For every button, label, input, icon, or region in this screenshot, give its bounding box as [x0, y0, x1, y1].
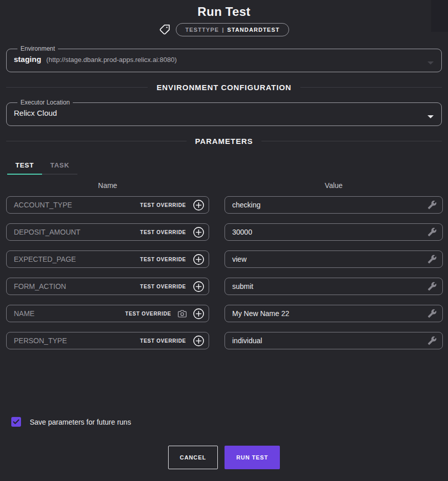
test-type-badge: TESTTYPE | STANDARDTEST [176, 23, 289, 36]
save-parameters-checkbox[interactable] [11, 417, 21, 427]
parameter-name-field[interactable]: FORM_ACTION TEST OVERRIDE [6, 278, 209, 295]
parameter-row: PERSON_TYPE TEST OVERRIDE individual [0, 332, 448, 349]
badge-separator: | [222, 27, 224, 33]
wrench-icon[interactable] [427, 282, 437, 291]
test-override-label: TEST OVERRIDE [140, 202, 186, 208]
parameter-rows: ACCOUNT_TYPE TEST OVERRIDE checking [0, 196, 448, 349]
test-override-label: TEST OVERRIDE [140, 338, 186, 344]
parameter-value: view [232, 255, 427, 263]
test-override-label: TEST OVERRIDE [140, 229, 186, 235]
parameter-row: DEPOSIT_AMOUNT TEST OVERRIDE 30000 [0, 223, 448, 241]
run-test-button[interactable]: RUN TEST [225, 446, 280, 469]
parameter-name: PERSON_TYPE [14, 337, 140, 345]
parameter-name: FORM_ACTION [14, 282, 140, 290]
parameter-name: DEPOSIT_AMOUNT [14, 228, 140, 236]
column-header-value: Value [225, 181, 443, 190]
add-override-button[interactable] [193, 308, 205, 320]
parameter-row: NAME TEST OVERRIDE My New Name 22 [0, 305, 448, 322]
parameter-row: ACCOUNT_TYPE TEST OVERRIDE checking [0, 196, 448, 214]
parameter-value-field[interactable]: 30000 [225, 223, 443, 241]
parameters-title: PARAMETERS [195, 137, 253, 145]
environment-configuration-title: ENVIRONMENT CONFIGURATION [156, 83, 291, 92]
wrench-icon[interactable] [427, 336, 437, 345]
parameter-value-field[interactable]: individual [225, 332, 443, 349]
column-header-name: Name [6, 181, 209, 190]
parameter-name: EXPECTED_PAGE [14, 255, 140, 263]
parameter-name-field[interactable]: ACCOUNT_TYPE TEST OVERRIDE [6, 196, 209, 214]
parameter-name-field[interactable]: NAME TEST OVERRIDE [6, 305, 209, 322]
tag-icon [159, 24, 170, 35]
parameter-value-field[interactable]: checking [225, 196, 443, 214]
add-override-button[interactable] [193, 281, 205, 292]
environment-value: staging [14, 55, 41, 64]
executor-location-label: Executor Location [17, 99, 73, 106]
environment-select[interactable]: Environment staging (http://stage.dbank.… [6, 45, 442, 72]
parameter-value: individual [232, 337, 427, 345]
parameter-name: ACCOUNT_TYPE [14, 201, 140, 209]
wrench-icon[interactable] [427, 227, 437, 237]
tab-task[interactable]: TASK [42, 156, 77, 174]
add-override-button[interactable] [193, 226, 205, 238]
executor-location-select[interactable]: Executor Location Relicx Cloud [6, 99, 442, 126]
parameter-name-field[interactable]: PERSON_TYPE TEST OVERRIDE [6, 332, 209, 349]
wrench-icon[interactable] [427, 200, 437, 210]
camera-icon[interactable] [178, 309, 187, 318]
executor-location-value: Relicx Cloud [14, 109, 57, 117]
wrench-icon[interactable] [427, 255, 437, 264]
parameters-divider: PARAMETERS [6, 137, 442, 145]
parameter-name-field[interactable]: EXPECTED_PAGE TEST OVERRIDE [6, 250, 209, 268]
test-override-label: TEST OVERRIDE [140, 284, 186, 289]
save-parameters-row: Save parameters for future runs [11, 417, 448, 427]
background-scroll-shade [431, 0, 448, 32]
parameter-column-headers: Name Value [0, 181, 448, 190]
tab-test[interactable]: TEST [7, 156, 42, 174]
parameter-name: NAME [14, 309, 125, 318]
parameter-value: checking [232, 201, 427, 209]
cancel-button[interactable]: CANCEL [168, 446, 218, 469]
parameter-name-field[interactable]: DEPOSIT_AMOUNT TEST OVERRIDE [6, 223, 209, 241]
badge-value: STANDARDTEST [227, 27, 279, 33]
parameters-tabs: TEST TASK [7, 156, 77, 175]
test-type-badge-row: TESTTYPE | STANDARDTEST [0, 23, 448, 37]
chevron-down-icon [427, 61, 434, 65]
add-override-button[interactable] [193, 199, 205, 211]
chevron-down-icon [427, 115, 434, 118]
parameter-value: 30000 [232, 228, 427, 236]
parameter-value: My New Name 22 [232, 309, 427, 318]
parameter-value: submit [232, 282, 427, 290]
parameter-value-field[interactable]: submit [225, 278, 443, 295]
dialog-actions: CANCEL RUN TEST [0, 446, 448, 469]
test-override-label: TEST OVERRIDE [125, 311, 171, 317]
dialog-title: Run Test [0, 0, 448, 19]
parameter-value-field[interactable]: My New Name 22 [225, 305, 443, 322]
test-override-label: TEST OVERRIDE [140, 257, 186, 262]
parameter-row: FORM_ACTION TEST OVERRIDE submit [0, 278, 448, 295]
environment-label: Environment [17, 45, 58, 52]
add-override-button[interactable] [193, 254, 205, 265]
parameter-row: EXPECTED_PAGE TEST OVERRIDE view [0, 250, 448, 268]
parameter-value-field[interactable]: view [225, 250, 443, 268]
wrench-icon[interactable] [427, 309, 437, 318]
add-override-button[interactable] [193, 335, 205, 347]
environment-configuration-divider: ENVIRONMENT CONFIGURATION [6, 83, 442, 92]
environment-url: (http://stage.dbank.prod-apps.relicx.ai:… [46, 56, 176, 64]
badge-type-label: TESTTYPE [185, 27, 219, 33]
save-parameters-label: Save parameters for future runs [30, 418, 131, 426]
